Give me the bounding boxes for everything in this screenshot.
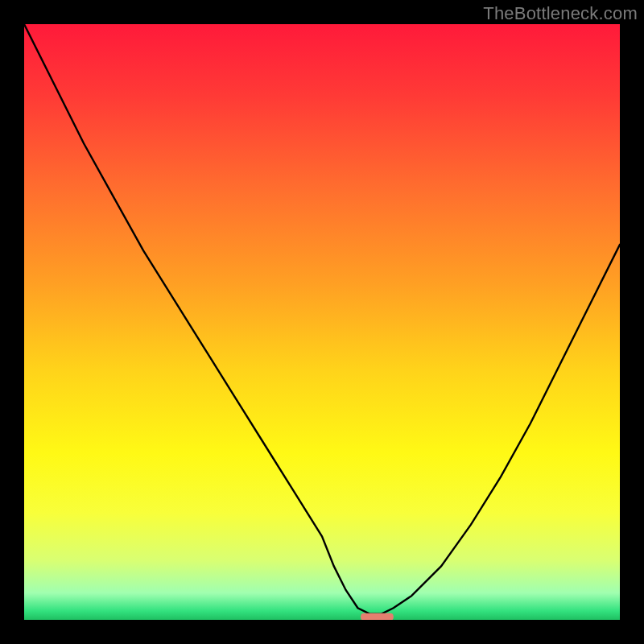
chart-plot-area bbox=[24, 24, 620, 620]
minimum-marker bbox=[361, 613, 394, 620]
chart-background-gradient bbox=[24, 24, 620, 620]
watermark-text: TheBottleneck.com bbox=[483, 3, 638, 24]
chart-svg bbox=[24, 24, 620, 620]
chart-outer-frame: TheBottleneck.com bbox=[0, 0, 644, 644]
